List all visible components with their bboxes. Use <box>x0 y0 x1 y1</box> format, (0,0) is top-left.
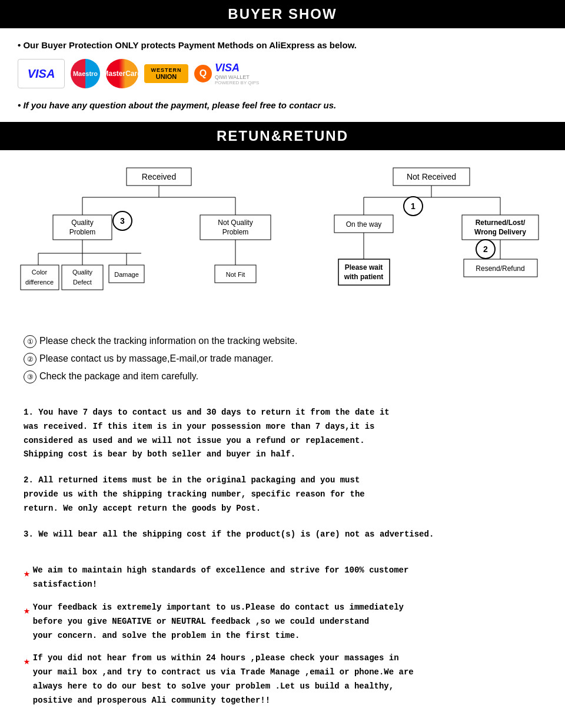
svg-text:Wrong Delivery: Wrong Delivery <box>474 228 526 236</box>
svg-text:Received: Received <box>142 172 176 181</box>
star-icon-3: ★ <box>24 653 30 707</box>
svg-text:Please wait: Please wait <box>345 263 383 272</box>
svg-text:Returned/Lost/: Returned/Lost/ <box>476 219 526 227</box>
svg-text:Problem: Problem <box>222 228 249 236</box>
circle-2: ② <box>24 353 36 366</box>
svg-text:Not Quality: Not Quality <box>218 219 252 227</box>
star-section: ★ We aim to maintain high standards of e… <box>18 564 547 707</box>
instruction-1-text: Please check the tracking information on… <box>39 336 297 346</box>
star-item-3-text: If you did not hear from us within 24 ho… <box>33 651 414 707</box>
policy-2: 2. All returned items must be in the ori… <box>24 474 541 515</box>
instruction-2: ② Please contact us by massage,E-mail,or… <box>24 353 541 366</box>
flowchart-svg: Received Quality Problem 3 Not Quality P… <box>18 162 547 321</box>
flowchart: Received Quality Problem 3 Not Quality P… <box>18 162 547 323</box>
svg-text:Problem: Problem <box>69 228 96 236</box>
policy-1: 1. You have 7 days to contact us and 30 … <box>24 406 541 462</box>
svg-text:1: 1 <box>411 201 416 211</box>
buyer-show-content: • Our Buyer Protection ONLY protects Pay… <box>0 28 565 122</box>
visa-qiwi-icon: Q VISA QIWI WALLET POWERED BY QIPS <box>194 62 259 85</box>
svg-text:Defect: Defect <box>73 279 92 286</box>
svg-text:2: 2 <box>483 244 488 254</box>
star-item-1: ★ We aim to maintain high standards of e… <box>24 564 541 592</box>
star-item-3: ★ If you did not hear from us within 24 … <box>24 651 541 707</box>
qiwi-wallet-label: QIWI WALLET <box>215 74 259 80</box>
svg-text:Quality: Quality <box>72 269 93 276</box>
star-icon-2: ★ <box>24 602 30 643</box>
instruction-3: ③ Check the package and item carefully. <box>24 370 541 383</box>
svg-text:Color: Color <box>32 269 48 276</box>
svg-text:Resend/Refund: Resend/Refund <box>476 264 524 273</box>
policy-3: 3. We will bear all the shipping cost if… <box>24 528 541 542</box>
svg-text:On the way: On the way <box>346 220 382 229</box>
star-item-1-text: We aim to maintain high standards of exc… <box>33 564 409 592</box>
instruction-2-text: Please contact us by massage,E-mail,or t… <box>39 353 274 364</box>
buyer-show-section: BUYER SHOW • Our Buyer Protection ONLY p… <box>0 0 565 122</box>
retund-section: RETUN&RETUND Received Quality Problem <box>0 122 565 728</box>
svg-text:Damage: Damage <box>114 271 139 278</box>
star-item-2: ★ Your feedback is extremely important t… <box>24 601 541 643</box>
policy-section: 1. You have 7 days to contact us and 30 … <box>18 406 547 541</box>
circle-1: ① <box>24 335 36 348</box>
svg-text:difference: difference <box>25 279 54 286</box>
maestro-icon: Maestro <box>71 59 100 88</box>
visa-text: VISA <box>215 62 259 74</box>
question-text: • If you have any question about the pay… <box>18 100 547 110</box>
qiwi-q-circle: Q <box>194 65 212 82</box>
svg-text:Not  Received: Not Received <box>407 172 456 181</box>
star-icon-1: ★ <box>24 565 30 592</box>
star-item-2-text: Your feedback is extremely important to … <box>33 601 404 643</box>
instructions: ① Please check the tracking information … <box>18 335 547 383</box>
svg-text:with patient: with patient <box>344 273 384 281</box>
instruction-1: ① Please check the tracking information … <box>24 335 541 348</box>
circle-3: ③ <box>24 370 36 383</box>
refund-content: Received Quality Problem 3 Not Quality P… <box>0 150 565 728</box>
visa-qiwi-text: VISA QIWI WALLET POWERED BY QIPS <box>215 62 259 85</box>
svg-text:Quality: Quality <box>71 219 93 227</box>
protection-text: • Our Buyer Protection ONLY protects Pay… <box>18 40 547 50</box>
buyer-show-header: BUYER SHOW <box>0 0 565 28</box>
retund-header: RETUN&RETUND <box>0 122 565 150</box>
payment-icons-row: VISA Maestro MasterCard WESTERN UNION Q … <box>18 59 547 88</box>
svg-text:3: 3 <box>120 216 125 226</box>
western-union-icon: WESTERN UNION <box>144 64 188 83</box>
svg-text:Not Fit: Not Fit <box>226 271 245 278</box>
powered-by: POWERED BY QIPS <box>215 80 259 85</box>
mastercard-icon: MasterCard <box>106 59 138 88</box>
instruction-3-text: Check the package and item carefully. <box>39 371 198 382</box>
visa-icon: VISA <box>18 59 65 88</box>
